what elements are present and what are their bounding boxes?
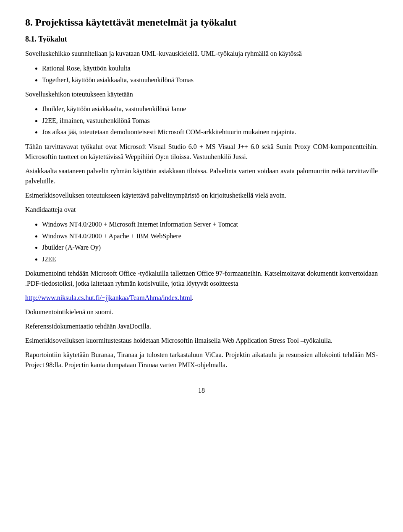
paragraph-3: Tähän tarvittavavat työkalut ovat Micros… xyxy=(25,142,378,162)
list-item: Rational Rose, käyttöön koululta xyxy=(42,63,378,74)
paragraph-1: Sovelluskehikko suunnitellaan ja kuvataa… xyxy=(25,49,378,59)
bullet-list-2: Jbuilder, käyttöön asiakkaalta, vastuuhe… xyxy=(42,104,378,138)
list-item: Windows NT4.0/2000 + Microsoft Internet … xyxy=(42,219,378,230)
website-link[interactable]: http://www.niksula.cs.hut.fi/~jjkankaa/T… xyxy=(25,294,192,301)
paragraph-2: Sovelluskehikon toteutukseen käytetään xyxy=(25,89,378,99)
paragraph-8: Dokumentointikielenä on suomi. xyxy=(25,307,378,317)
bullet-list-1: Rational Rose, käyttöön koululta Togethe… xyxy=(42,63,378,85)
list-item: J2EE, ilmainen, vastuuhenkilönä Tomas xyxy=(42,115,378,126)
page-number: 18 xyxy=(25,387,378,394)
paragraph-7: Dokumentointi tehdään Microsoft Office -… xyxy=(25,269,378,289)
list-item: Jos aikaa jää, toteutetaan demoluonteise… xyxy=(42,127,378,138)
paragraph-5: Esimerkkisovelluksen toteutukseen käytet… xyxy=(25,190,378,201)
link-paragraph: http://www.niksula.cs.hut.fi/~jjkankaa/T… xyxy=(25,293,378,303)
paragraph-10: Esimerkkisovelluksen kuormitustestaus ho… xyxy=(25,336,378,346)
paragraph-4: Asiakkaalta saataneen palvelin ryhmän kä… xyxy=(25,166,378,186)
main-title: 8. Projektissa käytettävät menetelmät ja… xyxy=(25,17,378,28)
paragraph-9: Referenssidokumentaatio tehdään JavaDoci… xyxy=(25,321,378,331)
section-1-heading: 8.1. Työkalut xyxy=(25,35,378,44)
paragraph-11: Raportointiin käytetään Buranaa, Tiranaa… xyxy=(25,350,378,370)
list-item: Jbuilder (A-Ware Oy) xyxy=(42,242,378,253)
list-item: Windows NT4.0/2000 + Apache + IBM WebSph… xyxy=(42,231,378,242)
list-item: J2EE xyxy=(42,254,378,265)
list-item: TogetherJ, käyttöön asiakkaalta, vastuuh… xyxy=(42,75,378,86)
list-item: Jbuilder, käyttöön asiakkaalta, vastuuhe… xyxy=(42,104,378,115)
paragraph-6: Kandidaatteja ovat xyxy=(25,205,378,215)
bullet-list-3: Windows NT4.0/2000 + Microsoft Internet … xyxy=(42,219,378,264)
